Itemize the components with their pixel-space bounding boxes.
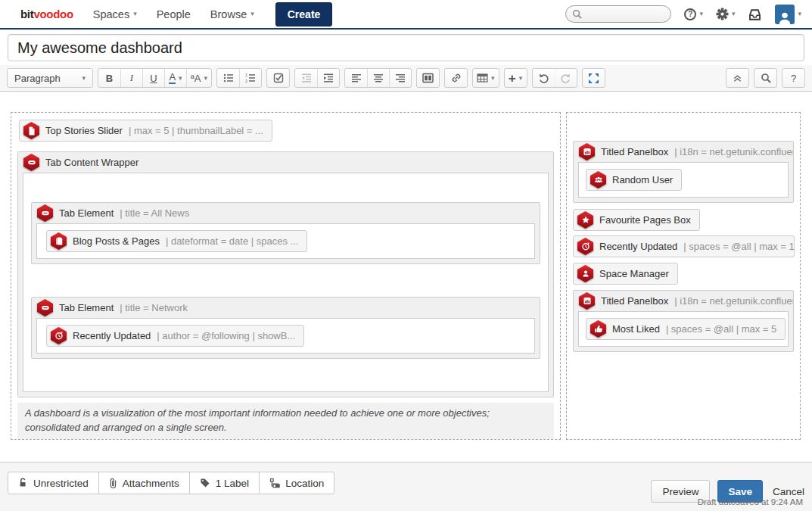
unlock-icon: [18, 478, 28, 488]
search-icon: [572, 9, 582, 19]
insert-more-content-button[interactable]: +▾: [505, 69, 527, 87]
insert-table-button[interactable]: ▾: [473, 69, 499, 87]
italic-button[interactable]: I: [120, 69, 142, 87]
macro-top-stories-slider[interactable]: Top Stories Slider | max = 5 | thumbnail…: [19, 120, 272, 142]
undo-button[interactable]: [533, 69, 555, 87]
macro-most-liked[interactable]: Most Liked | spaces = @all | max = 5: [586, 318, 786, 340]
dashboard-quote-text[interactable]: A dashboard is a visualization of the mo…: [17, 403, 554, 439]
align-right-button[interactable]: [389, 69, 411, 87]
labels-label: 1 Label: [216, 478, 249, 489]
settings-menu[interactable]: ▾: [716, 8, 736, 20]
clock-refresh-icon: [577, 238, 593, 255]
attachments-button[interactable]: Attachments: [98, 472, 190, 494]
chevron-down-icon: ▾: [699, 11, 703, 17]
quick-search[interactable]: [565, 5, 671, 23]
layout-column-right[interactable]: Titled Panelbox | i18n = net.getunik.con…: [566, 112, 801, 440]
collapse-toolbar-button[interactable]: [726, 69, 748, 87]
undo-redo-group: [532, 68, 577, 88]
location-label: Location: [285, 478, 324, 489]
nav-browse[interactable]: Browse▾: [210, 8, 254, 20]
bullet-list-button[interactable]: [217, 69, 239, 87]
bold-button[interactable]: B: [98, 69, 120, 87]
find-replace-button[interactable]: [754, 69, 776, 87]
drawer-icon: [37, 299, 53, 316]
svg-text:2: 2: [245, 79, 247, 83]
page-layout-button[interactable]: [417, 69, 439, 87]
nav-spaces[interactable]: Spaces▾: [93, 8, 137, 20]
macro-name: Most Liked: [612, 323, 660, 335]
text-color-button[interactable]: A▾: [164, 69, 186, 87]
drawer-icon: [37, 204, 53, 222]
macro-titled-panelbox-1[interactable]: Titled Panelbox | i18n = net.getunik.con…: [573, 141, 794, 203]
underline-button[interactable]: U: [142, 69, 164, 87]
notifications-tray[interactable]: [748, 8, 762, 20]
align-left-button[interactable]: [345, 69, 367, 87]
page-title-input[interactable]: [8, 34, 804, 61]
app-logo[interactable]: bitvoodoo: [20, 8, 73, 20]
clock-refresh-icon: [51, 327, 67, 344]
macro-favourite-pages-box[interactable]: Favourite Pages Box: [573, 209, 700, 231]
indent-button[interactable]: [317, 69, 339, 87]
macro-params: | spaces = @all | max = 5: [666, 323, 776, 335]
editor-footer: Unrestricted Attachments 1 Label Locatio…: [0, 462, 812, 511]
insert-group: +▾: [504, 68, 527, 88]
labels-button[interactable]: 1 Label: [189, 472, 260, 494]
align-center-button[interactable]: [367, 69, 389, 87]
link-group: [444, 68, 468, 88]
macro-tab-element-all-news[interactable]: Tab Element | title = All News Blog Post…: [31, 202, 540, 264]
chevron-down-icon: ▾: [204, 75, 207, 82]
macro-name: Tab Content Wrapper: [45, 157, 138, 168]
restrictions-button[interactable]: Unrestricted: [8, 472, 99, 494]
tab-element-body: Recently Updated | author = @following |…: [36, 318, 535, 354]
paragraph-style-dropdown[interactable]: Paragraph▾: [8, 69, 92, 87]
macro-name: Recently Updated: [73, 330, 151, 341]
macro-recently-updated-all[interactable]: Recently Updated | spaces = @all | max =…: [573, 235, 795, 257]
outdent-button[interactable]: [295, 69, 317, 87]
tab-content-wrapper-header[interactable]: Tab Content Wrapper: [18, 152, 553, 173]
tab-element-header[interactable]: Tab Element | title = Network: [32, 298, 540, 318]
layout-column-left[interactable]: Top Stories Slider | max = 5 | thumbnail…: [11, 112, 561, 440]
editor-toolbar: Paragraph▾ B I U A▾ ªA▾ 12 ▾ +▾: [0, 65, 812, 92]
macro-params: | i18n = net.getunik.confluence.sk: [674, 146, 793, 157]
chevron-down-icon: ▾: [491, 75, 495, 82]
help-menu[interactable]: ? ▾: [684, 8, 703, 20]
more-formatting-button[interactable]: ªA▾: [186, 69, 211, 87]
user-menu[interactable]: ▾: [775, 5, 801, 24]
search-input[interactable]: [586, 8, 667, 20]
macro-blog-posts-pages[interactable]: Blog Posts & Pages | dateformat = date |…: [46, 230, 307, 252]
macro-space-manager[interactable]: Space Manager: [573, 263, 678, 285]
editor-help-button[interactable]: ?: [782, 69, 804, 87]
macro-name: Top Stories Slider: [45, 125, 123, 136]
page-tree-icon: [269, 478, 280, 488]
drawer-icon: [23, 154, 39, 171]
macro-random-user[interactable]: Random User: [586, 169, 682, 191]
tab-element-header[interactable]: Tab Element | title = All News: [32, 203, 540, 223]
nav-people[interactable]: People: [157, 8, 191, 20]
gear-icon: [716, 8, 729, 20]
macro-params: | i18n = net.getunik.confluence.sk: [674, 295, 793, 307]
location-button[interactable]: Location: [259, 472, 334, 494]
macro-recently-updated-network[interactable]: Recently Updated | author = @following |…: [46, 325, 304, 347]
tab-content-wrapper-body: Tab Element | title = All News Blog Post…: [23, 173, 549, 392]
task-list-button[interactable]: [267, 69, 289, 87]
pages-stack-icon: [51, 232, 67, 250]
macro-name: Space Manager: [599, 268, 669, 279]
titled-panelbox-header[interactable]: Titled Panelbox | i18n = net.getunik.con…: [574, 291, 793, 311]
macro-titled-panelbox-2[interactable]: Titled Panelbox | i18n = net.getunik.con…: [573, 290, 794, 352]
numbered-list-button[interactable]: 12: [239, 69, 261, 87]
macro-tab-content-wrapper[interactable]: Tab Content Wrapper Tab Element | title …: [17, 151, 554, 397]
chevron-down-icon: ▾: [250, 11, 254, 17]
nav-browse-label: Browse: [210, 8, 247, 20]
align-group: [344, 68, 412, 88]
create-button[interactable]: Create: [275, 2, 333, 26]
svg-text:1: 1: [245, 73, 247, 77]
insert-link-button[interactable]: [445, 69, 467, 87]
editor-canvas[interactable]: Top Stories Slider | max = 5 | thumbnail…: [0, 92, 812, 462]
titled-panelbox-header[interactable]: Titled Panelbox | i18n = net.getunik.con…: [574, 142, 793, 162]
attachments-label: Attachments: [123, 478, 179, 489]
cancel-link[interactable]: Cancel: [773, 486, 804, 497]
redo-button[interactable]: [555, 69, 577, 87]
macro-tab-element-network[interactable]: Tab Element | title = Network Recently U…: [31, 297, 540, 359]
plus-icon: +: [509, 72, 516, 85]
fullscreen-button[interactable]: [583, 69, 605, 87]
